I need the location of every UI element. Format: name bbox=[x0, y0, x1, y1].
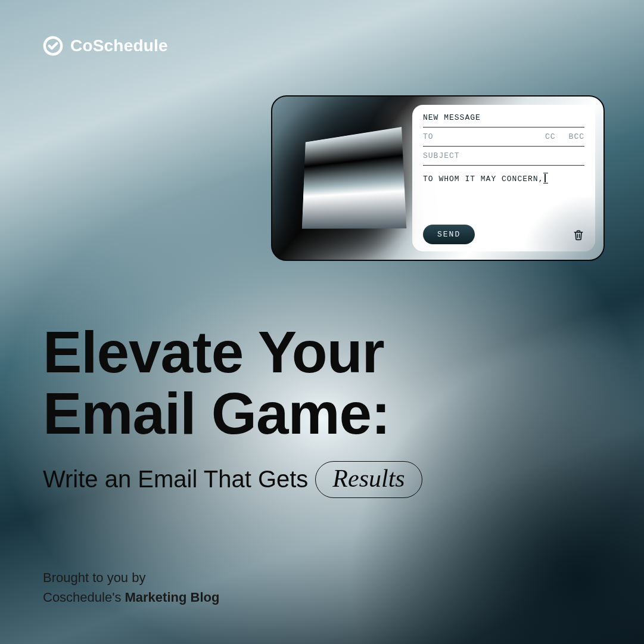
compose-footer: SEND bbox=[423, 225, 584, 244]
compose-card: NEW MESSAGE TO CC BCC SUBJECT TO WHOM IT… bbox=[271, 95, 605, 261]
hero-subtitle-pre: Write an Email That Gets bbox=[43, 466, 308, 493]
compose-body-text: TO WHOM IT MAY CONCERN, bbox=[423, 175, 543, 183]
trash-icon[interactable] bbox=[573, 228, 584, 241]
compose-body[interactable]: TO WHOM IT MAY CONCERN, bbox=[423, 166, 584, 225]
hero-subtitle: Write an Email That Gets Results bbox=[43, 461, 601, 498]
send-button[interactable]: SEND bbox=[423, 225, 475, 244]
hero-title-line2: Email Game: bbox=[43, 383, 601, 444]
compose-title: NEW MESSAGE bbox=[423, 113, 584, 127]
footer-line1: Brought to you by bbox=[43, 568, 219, 587]
coschedule-logo-icon bbox=[43, 36, 63, 56]
to-field-row[interactable]: TO CC BCC bbox=[423, 127, 584, 146]
footer-line2: Coschedule's Marketing Blog bbox=[43, 587, 219, 607]
brand-logo: CoSchedule bbox=[43, 36, 168, 56]
compose-art bbox=[272, 97, 412, 260]
text-cursor-icon bbox=[545, 174, 546, 182]
hero-title-line1: Elevate Your bbox=[43, 322, 601, 383]
hero-subtitle-pill: Results bbox=[315, 461, 422, 498]
to-label: TO bbox=[423, 132, 434, 141]
brand-name: CoSchedule bbox=[70, 36, 168, 55]
subject-field[interactable]: SUBJECT bbox=[423, 146, 584, 166]
footer: Brought to you by Coschedule's Marketing… bbox=[43, 568, 219, 607]
hero-title: Elevate Your Email Game: bbox=[43, 322, 601, 444]
cc-label[interactable]: CC bbox=[545, 132, 556, 141]
footer-line2-strong: Marketing Blog bbox=[125, 590, 220, 605]
bcc-label[interactable]: BCC bbox=[569, 132, 584, 141]
hero: Elevate Your Email Game: Write an Email … bbox=[43, 322, 601, 498]
footer-line2-pre: Coschedule's bbox=[43, 590, 125, 605]
compose-panel: NEW MESSAGE TO CC BCC SUBJECT TO WHOM IT… bbox=[412, 105, 595, 251]
